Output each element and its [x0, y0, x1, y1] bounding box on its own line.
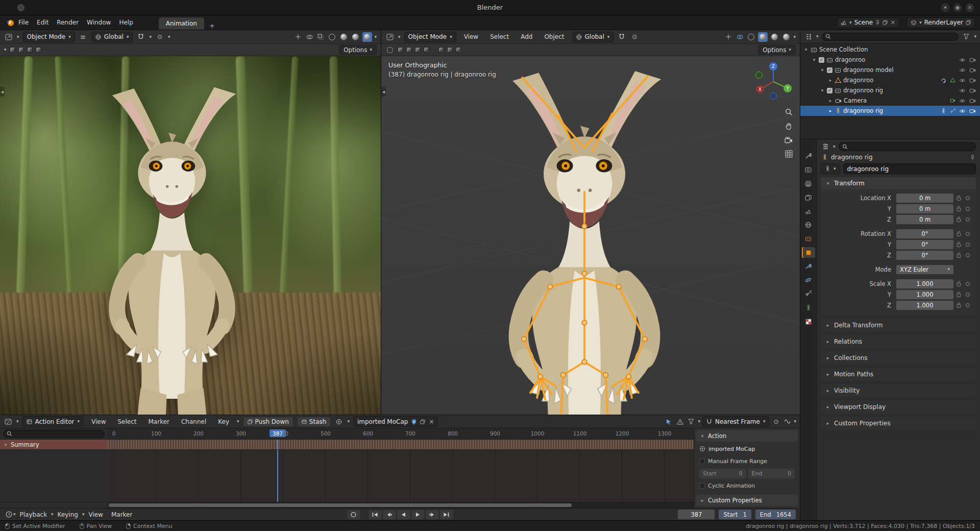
jump-to-end-button[interactable] — [440, 510, 453, 519]
unlink-icon[interactable]: × — [429, 418, 434, 425]
tab-object-data[interactable] — [802, 302, 815, 313]
push-down-button[interactable]: Push Down — [243, 417, 293, 427]
chevron-down-icon[interactable]: ▾ — [16, 419, 19, 424]
action-end-field[interactable]: End 0 — [748, 469, 795, 478]
menu-file[interactable]: File — [14, 17, 33, 28]
breadcrumb-object-name[interactable]: dragonroo rig — [831, 154, 873, 161]
expand-arrow-icon[interactable]: ▸ — [828, 98, 833, 103]
chevron-down-icon[interactable]: ▾ — [17, 35, 19, 39]
rotation-x-field[interactable]: 0° — [896, 229, 953, 238]
section-relations[interactable]: ▸Relations — [821, 335, 976, 348]
location-y-field[interactable]: 0 m — [896, 204, 953, 213]
editor-mode-dropdown[interactable]: Action Editor▾ — [22, 416, 84, 427]
menu-keying[interactable]: Keying — [54, 509, 82, 520]
transform-orientation-dropdown[interactable]: Global▾ — [91, 32, 133, 42]
section-motion-paths[interactable]: ▸Motion Paths — [821, 368, 976, 380]
menu-playback[interactable]: Playback — [16, 509, 52, 520]
scene-selector[interactable]: ▾ Scene × — [837, 17, 899, 28]
render-camera-icon[interactable] — [969, 57, 976, 62]
rotation-mode-dropdown[interactable]: XYZ Euler ▾ — [896, 265, 953, 274]
action-datablock-field[interactable]: imported MoCap × — [353, 416, 438, 427]
collection-checkbox[interactable]: ✓ — [827, 88, 832, 93]
channel-summary-row[interactable]: ▾ Summary — [0, 440, 108, 450]
rotation-y-field[interactable]: 0° — [896, 240, 953, 249]
outliner-row-dragonroo-rig-collection[interactable]: ▾ ✓ dragonroo rig — [800, 85, 980, 95]
rotation-z-field[interactable]: 0° — [896, 251, 953, 260]
location-z-field[interactable]: 0 m — [896, 215, 953, 224]
proportional-editing-icon[interactable]: ⊙ — [630, 32, 639, 41]
manual-frame-range-checkbox[interactable] — [699, 458, 705, 464]
expand-arrow-icon[interactable]: ▾ — [820, 67, 825, 73]
shading-wireframe-button[interactable] — [327, 32, 337, 42]
outliner-row-dragonroo-mesh[interactable]: ▸ dragonroo — [800, 75, 980, 85]
play-button[interactable] — [411, 510, 424, 519]
animate-decorator[interactable] — [964, 196, 972, 200]
action-name-row[interactable]: imported MoCap — [696, 444, 798, 454]
lock-icon[interactable] — [953, 292, 964, 297]
snap-target-toggle[interactable] — [36, 47, 41, 53]
current-frame-field[interactable]: 387 — [678, 510, 715, 519]
proportional-editing-icon[interactable]: ⊙ — [155, 32, 164, 41]
action-panel-header[interactable]: ▾ Action — [696, 430, 798, 442]
tab-texture[interactable] — [802, 316, 815, 327]
outliner-row-dragonroo-collection[interactable]: ▾ ✓ dragonroo — [800, 55, 980, 65]
editor-type-icon[interactable] — [4, 417, 13, 426]
keyframe-area[interactable] — [108, 450, 694, 502]
timeline-ruler[interactable]: 0 100 200 300 400 500 600 700 800 900 10… — [108, 428, 694, 440]
frame-end-field[interactable]: End 1654 — [755, 510, 796, 519]
transform-panel-header[interactable]: ▾ Transform — [821, 177, 976, 189]
timeline-scrollbar[interactable] — [108, 502, 694, 508]
playhead-line[interactable] — [277, 450, 278, 502]
outliner-row-camera[interactable]: ▸ Camera — [800, 95, 980, 106]
snap-target-toggle[interactable] — [438, 47, 444, 53]
snap-magnet-icon[interactable] — [136, 32, 145, 41]
shading-material-button[interactable] — [770, 32, 779, 42]
armature-data-icon[interactable] — [950, 108, 955, 114]
camera-data-icon[interactable] — [950, 98, 955, 103]
editor-type-icon[interactable] — [804, 32, 813, 41]
menu-marker[interactable]: Marker — [144, 416, 174, 427]
duplicate-icon[interactable] — [420, 419, 425, 424]
shading-solid-button[interactable] — [758, 32, 768, 42]
only-selected-toggle-icon[interactable] — [664, 417, 673, 426]
expand-arrow-icon[interactable]: ▾ — [820, 88, 825, 93]
summary-keyframes[interactable] — [108, 440, 694, 450]
chevron-down-icon[interactable]: ▾ — [794, 419, 796, 424]
animate-decorator[interactable] — [964, 232, 972, 236]
menu-render[interactable]: Render — [53, 17, 83, 28]
mode-dropdown[interactable]: Object Mode▾ — [23, 32, 75, 42]
object-name-field[interactable]: dragonroo rig — [843, 163, 976, 174]
lock-icon[interactable] — [953, 242, 964, 247]
editor-type-icon[interactable] — [385, 32, 395, 41]
expand-arrow-icon[interactable]: ▾ — [803, 47, 808, 52]
chevron-down-icon[interactable]: ▾ — [237, 419, 239, 424]
menu-view[interactable]: View — [84, 509, 107, 520]
chevron-down-icon[interactable]: ▾ — [13, 512, 16, 517]
chevron-down-icon[interactable]: ▾ — [374, 35, 377, 39]
chevron-down-icon[interactable]: ▾ — [347, 419, 350, 424]
menu-marker[interactable]: Marker — [107, 509, 136, 520]
tab-world[interactable] — [802, 220, 815, 230]
animate-decorator[interactable] — [964, 282, 972, 286]
tab-render[interactable] — [802, 164, 815, 175]
menu-view[interactable]: View — [87, 416, 110, 427]
menu-view[interactable]: View — [460, 31, 482, 42]
chevron-down-icon[interactable]: ▾ — [816, 34, 819, 39]
chevron-down-icon[interactable]: ▾ — [168, 35, 170, 39]
hide-eye-icon[interactable] — [959, 99, 966, 103]
editor-type-icon[interactable] — [4, 510, 13, 519]
show-hidden-toggle-icon[interactable] — [675, 417, 684, 426]
snap-mode-dropdown[interactable]: Nearest Frame▾ — [702, 416, 769, 427]
previous-keyframe-button[interactable] — [383, 510, 396, 519]
chevron-down-icon[interactable]: ▾ — [793, 35, 796, 39]
camera-view-icon[interactable] — [785, 137, 793, 143]
menu-add[interactable]: Add — [517, 31, 536, 42]
tab-view-layer[interactable] — [802, 192, 815, 203]
editor-type-icon[interactable] — [4, 32, 13, 41]
modifier-icon[interactable] — [941, 78, 946, 83]
chevron-down-icon[interactable]: ▾ — [149, 35, 152, 39]
snap-target-toggle[interactable] — [406, 47, 412, 53]
tab-modifiers[interactable] — [802, 261, 815, 272]
scale-y-field[interactable]: 1.000 — [896, 290, 953, 299]
workspace-tab-animation[interactable]: Animation — [159, 17, 204, 30]
